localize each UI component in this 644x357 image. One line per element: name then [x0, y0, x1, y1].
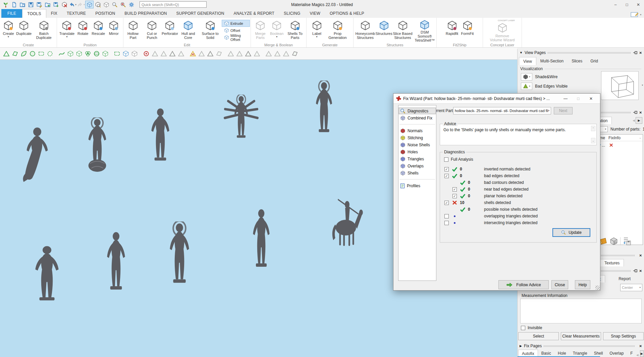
pin-icon[interactable] — [633, 111, 637, 114]
settings-icon[interactable] — [127, 1, 136, 8]
diagnostic-checkbox-4[interactable]: ✓ — [452, 194, 457, 198]
tab-basic[interactable]: Basic — [538, 350, 554, 357]
triangle-view-3-icon[interactable] — [168, 49, 176, 58]
tab-autofix[interactable]: Autofix — [518, 350, 538, 357]
mark-flower-icon[interactable] — [84, 49, 92, 58]
diagnostic-checkbox-3[interactable]: ✓ — [452, 187, 457, 192]
column-header-fixinfo[interactable]: FixInfo — [606, 136, 639, 140]
milling-offset-button[interactable]: Milling Offset — [222, 34, 250, 41]
rescale-button[interactable]: Rescale — [91, 18, 106, 42]
structures-button[interactable]: Structures — [376, 18, 392, 42]
fw-page-stitching[interactable]: Stitching — [398, 134, 436, 141]
rectangle-selection-icon[interactable] — [37, 49, 45, 58]
undo-icon[interactable]: ▾ — [68, 1, 77, 8]
textured-cube-icon[interactable] — [609, 237, 618, 246]
follow-advice-button[interactable]: Follow Advice — [498, 280, 549, 289]
preview-dropdown-icon[interactable]: ▾ — [642, 84, 643, 87]
fw-page-holes[interactable]: Holes — [398, 148, 436, 155]
show-part-icon[interactable] — [102, 1, 110, 8]
current-part-dropdown[interactable]: hollow back- 25-mm- normal- stl- Doshava… — [453, 107, 551, 114]
model-vamana[interactable] — [312, 81, 336, 134]
shells-to-parts-button[interactable]: Shells To Parts — [284, 18, 306, 42]
center-dropdown[interactable]: Center▾ — [620, 284, 642, 291]
edges-mode-dropdown[interactable]: ▾ — [521, 83, 532, 90]
view-part-icon[interactable] — [94, 1, 102, 8]
collapse-icon[interactable]: ▼ — [520, 51, 523, 54]
honeycomb-structures-button[interactable]: Honeycomb Structures — [354, 18, 376, 42]
import-part-icon[interactable] — [43, 1, 52, 8]
shell-view-1-icon[interactable] — [273, 49, 281, 58]
dialog-maximize-button[interactable]: □ — [572, 95, 585, 103]
tab-f[interactable]: F — [627, 350, 636, 357]
diagnostic-checkbox-8[interactable] — [444, 221, 449, 225]
surface-to-solid-button[interactable]: Surface to Solid — [199, 18, 222, 42]
diagnostic-checkbox-1[interactable]: ✓ — [444, 174, 449, 178]
resize-grip[interactable] — [595, 286, 600, 290]
model-varaha[interactable] — [147, 107, 174, 162]
close-panel-icon[interactable]: ✕ — [639, 111, 642, 114]
column-chevron-icon[interactable]: ⌄ — [639, 136, 643, 139]
new-project-icon[interactable] — [1, 1, 10, 8]
fw-page-combined-fix[interactable]: Combined Fix — [398, 114, 436, 121]
fw-page-diagnostics[interactable]: Diagnostics — [398, 107, 436, 114]
mark-sphere-icon[interactable] — [93, 49, 101, 58]
tab-hole[interactable]: Hole — [554, 350, 570, 357]
tab-support-generation[interactable]: SUPPORT GENERATION — [172, 9, 229, 18]
triangle-view-1-icon[interactable] — [151, 49, 159, 58]
save-icon[interactable] — [26, 1, 35, 8]
full-analysis-checkbox[interactable] — [444, 157, 448, 162]
mark-planes-icon[interactable] — [11, 49, 19, 58]
model-kalki[interactable] — [325, 197, 368, 247]
screen-annotate-icon[interactable]: ▾ — [631, 12, 641, 18]
rapidfit-button[interactable]: Rapidfit — [444, 18, 460, 42]
fw-page-shells[interactable]: Shells — [398, 169, 436, 176]
dialog-minimize-button[interactable]: — — [559, 95, 572, 103]
mark-window-icon[interactable] — [113, 49, 121, 58]
invert-marking-icon[interactable] — [189, 49, 197, 58]
help-button[interactable]: Help — [575, 280, 590, 289]
polyline-selection-icon[interactable] — [58, 49, 66, 58]
close-dialog-button[interactable]: Close — [551, 280, 568, 289]
mark-surface-icon[interactable] — [20, 49, 28, 58]
surface-view-2-icon[interactable] — [244, 49, 252, 58]
fw-page-normals[interactable]: Normals — [398, 127, 436, 134]
close-panel-icon[interactable]: ✕ — [639, 254, 642, 257]
fix-wizard-dialog[interactable]: Fix Wizard (Part: hollow back- 25-mm- no… — [393, 93, 600, 291]
tab-options-help[interactable]: OPTIONS & HELP — [325, 9, 369, 18]
open-file-icon[interactable] — [18, 1, 26, 8]
fw-page-noise-shells[interactable]: Noise Shells — [398, 141, 436, 148]
close-panel-icon[interactable]: ✕ — [639, 269, 642, 273]
fix-tabs-scroll-right-icon[interactable]: ▶ — [640, 350, 644, 357]
tab-scroll-left-icon[interactable]: ◀ — [633, 119, 635, 122]
fix-tabs-scroll-left-icon[interactable]: ◀ — [636, 352, 639, 357]
fw-page-overlaps[interactable]: Overlaps — [398, 162, 436, 169]
surface-view-4-icon[interactable] — [265, 49, 273, 58]
shade-mode-dropdown[interactable]: ▾ — [521, 73, 532, 81]
model-narasimha[interactable] — [221, 95, 262, 139]
fw-page-profiles[interactable]: Profiles — [398, 182, 436, 189]
offset-button[interactable]: Offset — [222, 27, 250, 34]
plane-view-4-icon[interactable] — [227, 49, 235, 58]
button-snap-settings[interactable]: Snap Settings — [603, 332, 644, 340]
mark-part-icon[interactable] — [75, 49, 83, 58]
free-form-selection-icon[interactable] — [46, 49, 54, 58]
redo-icon[interactable]: ▾ — [77, 1, 85, 8]
model-rama[interactable] — [103, 230, 129, 291]
select-cube-blue-icon[interactable] — [122, 49, 130, 58]
surface-view-1-icon[interactable] — [235, 49, 244, 58]
dialog-close-button[interactable]: ✕ — [585, 95, 597, 103]
create-button[interactable]: Create▼ — [1, 18, 16, 42]
pin-icon[interactable] — [633, 51, 637, 54]
maximize-button[interactable]: □ — [621, 1, 633, 8]
mark-cube-icon[interactable] — [101, 49, 109, 58]
minimize-button[interactable]: – — [610, 1, 621, 8]
scroll-up-icon[interactable]: ⌃ — [591, 126, 595, 131]
plane-view-2-icon[interactable] — [206, 49, 214, 58]
tab-triangle[interactable]: Triangle — [570, 350, 591, 357]
rotate-button[interactable]: Rotate — [75, 18, 91, 42]
diagnostic-checkbox-0[interactable]: ✓ — [444, 167, 449, 171]
merge-parts-button[interactable]: Merge Parts — [252, 18, 269, 42]
remove-part-icon[interactable] — [60, 1, 68, 8]
prop-generation-button[interactable]: Prop Generation — [325, 18, 351, 42]
diagnostic-checkbox-5[interactable]: ✓ — [444, 201, 449, 205]
